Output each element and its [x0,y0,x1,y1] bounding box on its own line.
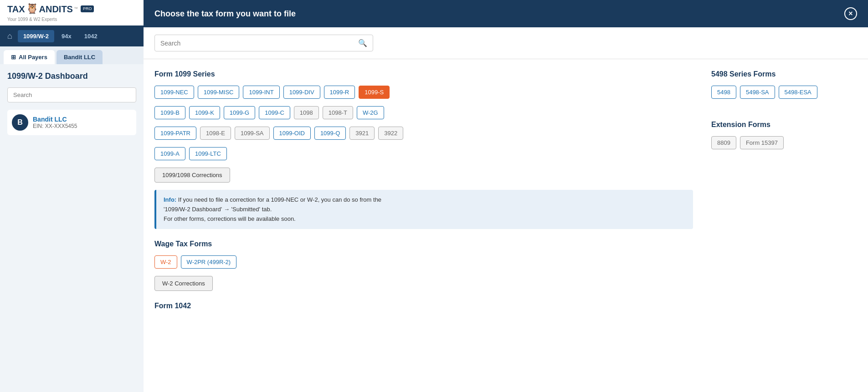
payer-name[interactable]: Bandit LLC [33,116,77,123]
payer-avatar: B [12,114,28,131]
series-5498-title: 5498 Series Forms [711,70,857,78]
tag-1099-K[interactable]: 1099-K [189,106,220,119]
tag-1098-T: 1098-T [323,106,353,119]
payer-tab-all-label: All Payers [19,54,47,61]
tag-3921: 3921 [349,127,375,140]
tag-1099-DIV[interactable]: 1099-DIV [283,86,320,99]
modal-right-column: 5498 Series Forms 5498 5498-SA 5498-ESA … [711,70,857,381]
form-1099-tags-row2: 1099-B 1099-K 1099-G 1099-C 1098 1098-T … [154,106,693,119]
info-text2: '1099/W-2 Dashboard' → 'Submitted' tab. [164,206,272,213]
dashboard-title: 1099/W-2 Dashboard [7,71,136,81]
sidebar-search-input[interactable] [7,87,136,102]
tag-1099-SA: 1099-SA [235,127,270,140]
logo-tagline: Your 1099 & W2 Experts [7,17,57,22]
grid-icon: ⊞ [11,54,16,61]
tag-W-2PR[interactable]: W-2PR (499R-2) [181,255,237,269]
modal-search-bar: 🔍 [144,27,868,59]
tag-1099-C[interactable]: 1099-C [259,106,290,119]
home-tab[interactable]: ⌂ [4,29,16,44]
form-1099-tags-row4: 1099-A 1099-LTC [154,147,693,160]
logo-area: TAX 🦉 ANDITS ™ PRO Your 1099 & W2 Expert… [0,0,144,25]
info-box: Info: If you need to file a correction f… [154,190,693,229]
payer-tabs: ⊞ All Payers Bandit LLC [0,46,144,64]
tag-1099-S[interactable]: 1099-S [359,86,390,99]
tab-1042[interactable]: 1042 [79,30,103,42]
modal-title: Choose the tax form you want to file [154,9,296,19]
corrections-1099-button[interactable]: 1099/1098 Corrections [154,168,230,183]
modal-body: Form 1099 Series 1099-NEC 1099-MISC 1099… [144,59,868,392]
tag-1099-MISC[interactable]: 1099-MISC [198,86,240,99]
nav-tabs: ⌂ 1099/W-2 94x 1042 [0,25,144,46]
wage-tax-section-title: Wage Tax Forms [154,240,693,248]
tag-form15397: Form 15397 [740,136,784,149]
payer-tab-bandit[interactable]: Bandit LLC [56,50,103,64]
modal-close-button[interactable]: × [844,7,857,20]
payer-list-item[interactable]: B Bandit LLC EIN: XX-XXX5455 [7,110,136,135]
modal-left-column: Form 1099 Series 1099-NEC 1099-MISC 1099… [154,70,693,381]
corrections-w2-button[interactable]: W-2 Corrections [154,276,213,291]
tag-1099-OID[interactable]: 1099-OID [273,127,311,140]
modal: Choose the tax form you want to file × 🔍… [144,0,868,392]
tag-1099-LTC[interactable]: 1099-LTC [189,147,227,160]
main-area: Choose the tax form you want to file × 🔍… [144,0,868,392]
tag-1099-B[interactable]: 1099-B [154,106,185,119]
logo-andits: ANDITS [39,4,73,15]
logo-tax: TAX [7,4,25,15]
extension-tags: 8809 Form 15397 [711,136,857,149]
tag-8809: 8809 [711,136,736,149]
tag-5498[interactable]: 5498 [711,86,736,99]
tag-1099-Q[interactable]: 1099-Q [314,127,346,140]
tag-W-2G[interactable]: W-2G [357,106,384,119]
payer-info: Bandit LLC EIN: XX-XXX5455 [33,116,77,129]
search-icon: 🔍 [358,39,367,47]
tag-1099-NEC[interactable]: 1099-NEC [154,86,194,99]
form-1099-tags: 1099-NEC 1099-MISC 1099-INT 1099-DIV 109… [154,86,693,99]
info-label: Info: [164,196,176,203]
logo-trademark: ™ [74,6,78,11]
pro-badge: PRO [81,5,94,12]
tag-W-2[interactable]: W-2 [154,255,177,269]
modal-search-input[interactable] [160,40,358,47]
tag-5498-SA[interactable]: 5498-SA [740,86,775,99]
payer-ein: EIN: XX-XXX5455 [33,123,77,129]
tag-1098: 1098 [294,106,319,119]
wage-tax-tags: W-2 W-2PR (499R-2) [154,255,693,269]
tag-1099-R[interactable]: 1099-R [324,86,355,99]
sidebar-content: 1099/W-2 Dashboard B Bandit LLC EIN: XX-… [0,64,144,392]
form-1099-tags-row3: 1099-PATR 1098-E 1099-SA 1099-OID 1099-Q… [154,127,693,140]
series-5498-tags: 5498 5498-SA 5498-ESA [711,86,857,99]
info-text1: If you need to file a correction for a 1… [178,196,381,203]
sidebar: TAX 🦉 ANDITS ™ PRO Your 1099 & W2 Expert… [0,0,144,392]
tab-94x[interactable]: 94x [56,30,77,42]
tag-1099-PATR[interactable]: 1099-PATR [154,127,196,140]
tag-1099-G[interactable]: 1099-G [224,106,255,119]
tab-1099w2[interactable]: 1099/W-2 [18,30,54,42]
info-text3: For other forms, corrections will be ava… [164,215,296,222]
payer-tab-bandit-label: Bandit LLC [64,54,95,61]
modal-search-wrap: 🔍 [154,35,373,51]
tag-1099-A[interactable]: 1099-A [154,147,185,160]
logo-owl-icon: 🦉 [26,3,38,15]
form-1099-section-title: Form 1099 Series [154,70,693,78]
extension-forms-title: Extension Forms [711,121,857,129]
payer-tab-all[interactable]: ⊞ All Payers [4,50,55,64]
modal-header: Choose the tax form you want to file × [144,0,868,27]
tag-3922: 3922 [378,127,403,140]
tag-1099-INT[interactable]: 1099-INT [243,86,279,99]
tag-1098-E: 1098-E [200,127,231,140]
tag-5498-ESA[interactable]: 5498-ESA [779,86,817,99]
form-1042-section-title: Form 1042 [154,302,693,310]
